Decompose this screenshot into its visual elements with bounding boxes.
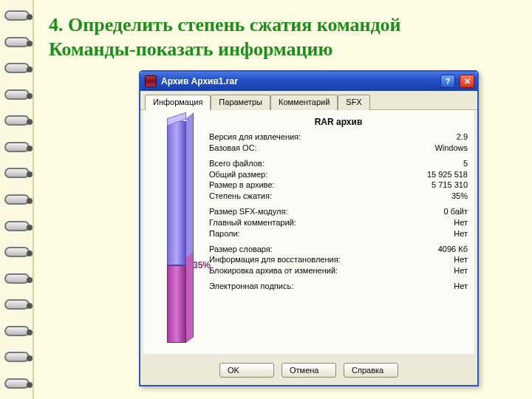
tab-sfx[interactable]: SFX	[338, 95, 369, 110]
info-row: Версия для извлечения:2.9	[209, 132, 468, 143]
info-row: Размер SFX-модуля:0 байт	[209, 206, 468, 217]
tab-pane: 35% RAR архив Версия для извлечения:2.9 …	[143, 110, 474, 354]
info-row: Размер словаря:4096 Кб	[209, 244, 468, 255]
cancel-button[interactable]: Отмена	[282, 363, 336, 378]
archive-info-window: Архив Архив1.rar ? ✕ Информация Параметр…	[139, 70, 479, 386]
close-icon[interactable]: ✕	[460, 75, 474, 88]
info-row: Электронная подпись:Нет	[209, 281, 468, 292]
help-button-icon[interactable]: ?	[440, 75, 455, 88]
info-row: Общий размер:15 925 518	[209, 169, 468, 180]
info-row: Всего файлов:5	[209, 158, 468, 169]
help-button[interactable]: Справка	[344, 363, 398, 378]
info-row: Блокировка архива от изменений:Нет	[209, 265, 468, 276]
rar-icon	[145, 75, 157, 87]
compression-bar-column: 35%	[147, 115, 206, 347]
window-title: Архив Архив1.rar	[161, 76, 436, 86]
info-group-2: Всего файлов:5 Общий размер:15 925 518 Р…	[209, 158, 468, 202]
info-row: Размер в архиве:5 715 310	[209, 180, 468, 191]
info-row: Информация для восстановления:Нет	[209, 254, 468, 265]
tab-info[interactable]: Информация	[145, 95, 211, 110]
archive-type-heading: RAR архив	[209, 117, 468, 127]
ok-button[interactable]: OK	[219, 363, 274, 378]
info-row: Пароли:Нет	[209, 228, 468, 239]
info-panel: RAR архив Версия для извлечения:2.9 Базо…	[206, 115, 468, 347]
info-group-1: Версия для извлечения:2.9 Базовая ОС:Win…	[209, 132, 468, 154]
info-row: Базовая ОС:Windows	[209, 143, 468, 154]
slide-title: 4. Определить степень сжатия командойКом…	[49, 13, 517, 61]
info-row: Степень сжатия:35%	[209, 191, 468, 202]
tab-params[interactable]: Параметры	[211, 95, 270, 110]
tab-comment[interactable]: Комментарий	[270, 95, 338, 110]
notebook-binding	[4, 0, 31, 399]
info-row: Главный комментарий:Нет	[209, 217, 468, 228]
tab-row: Информация Параметры Комментарий SFX	[140, 91, 477, 110]
titlebar[interactable]: Архив Архив1.rar ? ✕	[140, 72, 477, 91]
info-group-3: Размер SFX-модуля:0 байт Главный коммент…	[209, 206, 468, 239]
compression-bar	[167, 121, 186, 343]
info-group-5: Электронная подпись:Нет	[209, 281, 468, 292]
button-row: OK Отмена Справка	[140, 358, 477, 385]
info-group-4: Размер словаря:4096 Кб Информация для во…	[209, 244, 468, 277]
compression-percent-label: 35%	[193, 260, 211, 270]
